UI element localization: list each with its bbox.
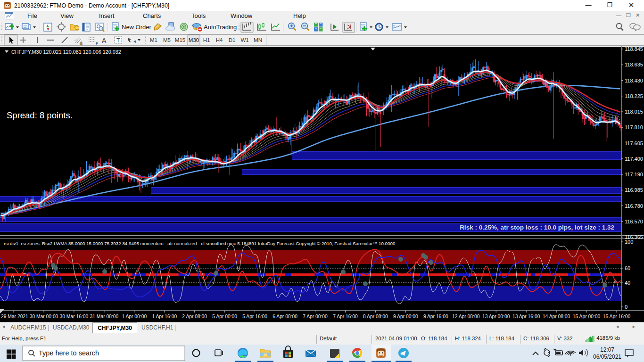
svg-text:New Order: New Order (122, 24, 152, 31)
svg-text:2 Apr 08:00: 2 Apr 08:00 (182, 314, 207, 319)
svg-text:7 Apr 00:00: 7 Apr 00:00 (303, 314, 328, 319)
svg-text:118.430: 118.430 (625, 78, 643, 83)
svg-text:E: E (80, 41, 83, 46)
svg-text:Type here to search: Type here to search (39, 349, 99, 357)
svg-text:9 Apr 16:00: 9 Apr 16:00 (423, 314, 448, 319)
svg-text:117.605: 117.605 (625, 140, 643, 146)
svg-text:117.190: 117.190 (625, 172, 643, 177)
svg-text:12:07: 12:07 (600, 346, 614, 353)
svg-text:116.985: 116.985 (625, 187, 643, 193)
svg-text:A: A (102, 37, 107, 44)
svg-text:13 Apr 00:00: 13 Apr 00:00 (482, 314, 510, 319)
svg-text:9 Apr 00:00: 9 Apr 00:00 (393, 314, 418, 319)
svg-text:7 Apr 16:00: 7 Apr 16:00 (333, 314, 358, 319)
svg-text:M5: M5 (163, 37, 171, 43)
svg-text:116.570: 116.570 (625, 219, 643, 224)
svg-text:1 Apr 16:00: 1 Apr 16:00 (152, 314, 177, 319)
svg-text:H4: H4 (216, 37, 223, 43)
svg-text:AutoTrading: AutoTrading (204, 24, 237, 31)
svg-text:D1: D1 (229, 37, 236, 43)
svg-text:31 Mar 08:00: 31 Mar 08:00 (90, 314, 119, 319)
svg-text:116.780: 116.780 (625, 203, 643, 209)
svg-text:30 Mar 00:00: 30 Mar 00:00 (30, 314, 58, 319)
svg-text:118.225: 118.225 (625, 93, 643, 99)
svg-text:60: 60 (625, 265, 630, 271)
svg-text:6 Apr 08:00: 6 Apr 08:00 (272, 314, 297, 319)
svg-text:118.635: 118.635 (625, 62, 643, 67)
svg-text:5 Apr 00:00: 5 Apr 00:00 (212, 314, 237, 319)
svg-text:1 Apr 00:00: 1 Apr 00:00 (122, 314, 147, 319)
svg-text:29 Mar 2021: 29 Mar 2021 (1, 314, 28, 319)
svg-text:M30: M30 (189, 37, 199, 43)
svg-text:06/05/2021: 06/05/2021 (593, 354, 621, 360)
svg-text:15 Apr 00:00: 15 Apr 00:00 (573, 314, 601, 319)
svg-text:Spread: 8 points.: Spread: 8 points. (7, 110, 73, 120)
svg-text:14 Apr 08:00: 14 Apr 08:00 (543, 314, 570, 319)
svg-text:W1: W1 (240, 37, 248, 43)
svg-text:MN: MN (254, 37, 262, 43)
svg-text:F: F (96, 41, 98, 46)
svg-text:13 Apr 16:00: 13 Apr 16:00 (512, 314, 540, 319)
svg-text:118.015: 118.015 (625, 109, 643, 115)
svg-text:M1: M1 (150, 37, 157, 43)
svg-text:15 Apr 16:00: 15 Apr 16:00 (603, 314, 631, 319)
svg-text:H1: H1 (203, 37, 210, 43)
svg-text:Risk : 0.25%, atr stop loss :: Risk : 0.25%, atr stop loss : 10.0 pips,… (460, 224, 614, 231)
svg-text:100: 100 (625, 239, 633, 245)
svg-text:117.810: 117.810 (625, 124, 643, 130)
svg-text:M15: M15 (175, 37, 185, 43)
svg-text:118.845: 118.845 (625, 46, 643, 52)
svg-text:30 Mar 16:00: 30 Mar 16:00 (60, 314, 89, 319)
svg-text:0: 0 (625, 304, 627, 310)
svg-text:40: 40 (625, 280, 630, 286)
svg-text:12 Apr 08:00: 12 Apr 08:00 (452, 314, 480, 319)
svg-text:117.400: 117.400 (625, 156, 643, 162)
svg-text:rsi div1: rsi zones: Rsx2 LWMA: rsi div1: rsi zones: Rsx2 LWMA 85.0000 1… (4, 241, 396, 246)
svg-text:5 Apr 16:00: 5 Apr 16:00 (242, 314, 267, 319)
svg-text:CHFJPY,M30 120.021 120.081 12: CHFJPY,M30 120.021 120.081 120.006 120.0… (11, 49, 121, 55)
svg-text:T: T (116, 37, 120, 44)
svg-text:8 Apr 08:00: 8 Apr 08:00 (363, 314, 388, 319)
